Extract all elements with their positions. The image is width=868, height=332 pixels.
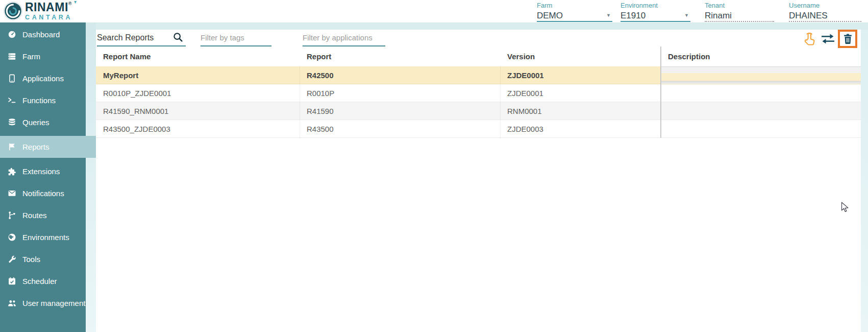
- sidebar-item-label: Farm: [22, 52, 40, 61]
- cell-report[interactable]: R41590: [300, 102, 500, 120]
- brand-name: RINAMI®: [25, 2, 72, 13]
- pane-divider: [660, 46, 661, 138]
- sidebar-item-label: Scheduler: [22, 277, 57, 286]
- cell-description[interactable]: [661, 120, 861, 137]
- sidebar-item-label: Environments: [22, 233, 69, 242]
- dashboard-icon: [7, 30, 17, 40]
- table-row[interactable]: R41590_RNM0001 R41590 RNM0001: [96, 102, 861, 120]
- environment-value: E1910: [621, 11, 690, 21]
- sidebar-item-dashboard[interactable]: Dashboard: [0, 23, 86, 45]
- sidebar-item-functions[interactable]: Functions: [0, 89, 86, 111]
- servers-icon: [7, 52, 17, 62]
- cell-version[interactable]: ZJDE0003: [500, 120, 661, 137]
- farm-select[interactable]: Farm DEMO ▼: [537, 2, 612, 22]
- sidebar-item-extensions[interactable]: Extensions: [0, 160, 86, 182]
- cell-report-name[interactable]: R43500_ZJDE0003: [96, 120, 300, 137]
- cell-version[interactable]: ZJDE0001: [500, 66, 661, 84]
- column-header-version[interactable]: Version: [500, 46, 661, 66]
- delete-button[interactable]: [838, 30, 857, 48]
- applications-filter-input[interactable]: [303, 30, 385, 45]
- sidebar-item-label: Tools: [22, 255, 40, 264]
- sidebar-item-tools[interactable]: Tools: [0, 248, 86, 270]
- brand-caret-icon: ▾: [74, 0, 77, 5]
- branch-icon: [7, 210, 17, 221]
- tags-filter-input[interactable]: [201, 30, 271, 45]
- search-icon[interactable]: [172, 32, 184, 43]
- environment-select[interactable]: Environment E1910 ▼: [621, 2, 690, 22]
- column-divider: [500, 66, 501, 138]
- sidebar-item-label: Dashboard: [22, 30, 60, 39]
- applications-filter-field[interactable]: [303, 30, 385, 46]
- username-label: Username: [789, 2, 861, 9]
- farm-value: DEMO: [537, 11, 612, 21]
- tenant-field: Tenant Rinami: [705, 2, 774, 22]
- column-header-report-name[interactable]: Report Name: [96, 46, 300, 66]
- sidebar-item-label: Routes: [22, 211, 47, 220]
- table-header-row: Report Name Report Version Description: [96, 46, 861, 66]
- puzzle-icon: [7, 167, 17, 177]
- cell-version[interactable]: RNM0001: [500, 102, 661, 120]
- brand-logo-icon: [3, 1, 23, 21]
- sidebar-item-user-management[interactable]: User management: [0, 292, 86, 314]
- chevron-down-icon[interactable]: ▼: [606, 13, 611, 18]
- table-row[interactable]: R0010P_ZJDE0001 R0010P ZJDE0001: [96, 84, 861, 102]
- mouse-cursor: [841, 202, 850, 214]
- cell-report-name[interactable]: MyReport: [96, 66, 300, 84]
- sidebar-item-routes[interactable]: Routes: [0, 204, 86, 226]
- app-window: RINAMI® ▾ CANTARA Farm DEMO ▼ Environmen…: [0, 0, 868, 332]
- sidebar-item-environments[interactable]: Environments: [0, 226, 86, 248]
- cell-description[interactable]: [661, 84, 861, 102]
- environment-label: Environment: [621, 2, 690, 9]
- sidebar-item-scheduler[interactable]: Scheduler: [0, 270, 86, 292]
- sidebar-item-label: Notifications: [22, 189, 64, 198]
- tenant-value: Rinami: [705, 11, 774, 21]
- cell-report[interactable]: R0010P: [300, 84, 500, 102]
- registered-mark: ®: [68, 1, 72, 6]
- cell-report[interactable]: R43500: [300, 120, 500, 137]
- sidebar-item-applications[interactable]: Applications: [0, 67, 86, 89]
- table-row-selected[interactable]: MyReport R42500 ZJDE0001: [96, 66, 861, 84]
- tenant-label: Tenant: [705, 2, 774, 9]
- main-content: Report Name Report Version Description M…: [96, 30, 861, 332]
- column-header-description[interactable]: Description: [661, 46, 861, 66]
- toolbar-band: [86, 22, 868, 30]
- sidebar-item-notifications[interactable]: Notifications: [0, 182, 86, 204]
- sidebar-item-farm[interactable]: Farm: [0, 45, 86, 67]
- left-margin-strip: [86, 22, 96, 332]
- brand-logo: RINAMI® ▾ CANTARA: [3, 1, 72, 21]
- reports-table: Report Name Report Version Description M…: [96, 46, 861, 138]
- sidebar-item-label: Functions: [22, 96, 56, 105]
- flag-icon: [7, 142, 17, 152]
- column-divider: [300, 66, 300, 138]
- column-header-report[interactable]: Report: [300, 46, 500, 66]
- swap-arrows-icon[interactable]: [821, 33, 835, 44]
- touch-icon[interactable]: [802, 31, 817, 47]
- brand-subname: CANTARA: [25, 14, 72, 21]
- sidebar-item-reports[interactable]: Reports: [0, 136, 96, 158]
- table-row[interactable]: R43500_ZJDE0003 R43500 ZJDE0003: [96, 120, 861, 138]
- tags-filter-field[interactable]: [201, 30, 271, 46]
- cell-report[interactable]: R42500: [300, 66, 500, 84]
- cell-report-name[interactable]: R41590_RNM0001: [96, 102, 300, 120]
- tablet-icon: [7, 74, 17, 84]
- envelope-icon: [7, 188, 17, 199]
- sidebar-item-queries[interactable]: Queries: [0, 111, 86, 133]
- sidebar-item-label: Applications: [22, 74, 64, 83]
- globe-icon: [7, 232, 17, 243]
- farm-label: Farm: [537, 2, 612, 9]
- cell-description[interactable]: [661, 66, 861, 84]
- top-header: RINAMI® ▾ CANTARA Farm DEMO ▼ Environmen…: [0, 0, 868, 22]
- sidebar-item-label: Extensions: [22, 167, 60, 176]
- right-margin-strip: [861, 30, 868, 332]
- calendar-check-icon: [7, 276, 17, 287]
- trash-icon: [844, 34, 852, 44]
- chevron-down-icon[interactable]: ▼: [684, 13, 689, 18]
- sidebar-item-label: Queries: [22, 118, 49, 127]
- cell-description[interactable]: [661, 102, 861, 120]
- sidebar: Dashboard Farm Applications Functions Qu…: [0, 22, 86, 332]
- sidebar-item-label: User management: [22, 299, 85, 307]
- cell-version[interactable]: ZJDE0001: [500, 84, 661, 102]
- wrench-icon: [7, 254, 17, 265]
- username-field: Username DHAINES: [789, 2, 861, 22]
- cell-report-name[interactable]: R0010P_ZJDE0001: [96, 84, 300, 102]
